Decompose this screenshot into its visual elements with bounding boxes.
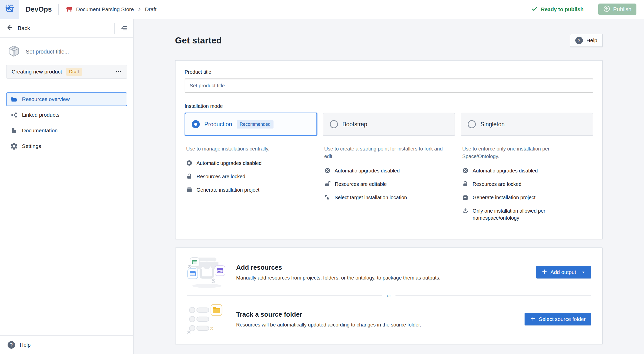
- sidebar-item-label: Settings: [22, 143, 41, 149]
- sidebar-nav: Resources overview Linked products: [0, 86, 133, 161]
- caret-down-icon: [581, 270, 586, 274]
- header-divider: [58, 4, 59, 15]
- draft-status-badge: Draft: [66, 68, 82, 76]
- or-label: or: [387, 293, 391, 298]
- product-title-input[interactable]: [185, 79, 593, 93]
- documentation-book-icon: [11, 127, 17, 134]
- track-source-folder-description: Resources will be automatically updated …: [236, 322, 525, 328]
- upload-circle-icon: [603, 5, 610, 14]
- gear-icon: [11, 143, 17, 150]
- mode-name: Bootstrap: [342, 121, 367, 128]
- product-title-label: Product title: [185, 69, 593, 75]
- x-circle-icon: [462, 167, 468, 174]
- publish-button[interactable]: Publish: [598, 4, 636, 15]
- product-header: Set product title...: [6, 44, 127, 59]
- select-location-icon: [324, 194, 331, 200]
- breadcrumb-store[interactable]: Document Parsing Store: [76, 6, 134, 12]
- more-options-icon[interactable]: [115, 68, 122, 75]
- unlock-icon: [324, 181, 331, 187]
- sidebar-item-settings[interactable]: Settings: [6, 139, 127, 153]
- lock-icon: [462, 181, 468, 187]
- mode-option-production[interactable]: Production Recommended: [185, 113, 317, 136]
- mode-descriptions: Use to manage installations centrally. A…: [185, 144, 593, 228]
- radio-selected-icon[interactable]: [192, 120, 200, 128]
- add-output-label: Add output: [550, 269, 576, 275]
- feature-row: Resources are locked: [186, 173, 308, 180]
- help-circle-icon: ?: [8, 341, 15, 349]
- publish-button-label: Publish: [613, 6, 631, 13]
- folder-open-icon: [11, 96, 17, 103]
- add-output-button[interactable]: Add output: [536, 266, 591, 279]
- feature-row: Generate installation project: [462, 194, 584, 201]
- help-button-label: Help: [586, 37, 597, 43]
- feature-row: Select target installation location: [324, 194, 446, 201]
- green-resource-tile: [190, 258, 199, 267]
- select-source-folder-button[interactable]: Select source folder: [525, 313, 591, 325]
- publish-status-text: Ready to publish: [541, 6, 584, 12]
- mode-name: Singleton: [480, 121, 505, 128]
- add-resources-row: Add resources Manually add resources fro…: [187, 255, 591, 289]
- feature-row: Generate installation project: [186, 186, 308, 193]
- import-icon: [462, 208, 468, 214]
- divider: [114, 23, 115, 34]
- sidebar-item-resources-overview[interactable]: Resources overview: [6, 92, 127, 106]
- sidebar-top-right: [114, 23, 128, 34]
- header-actions: Ready to publish Publish: [531, 4, 644, 15]
- installation-mode-options: Production Recommended Bootstrap Singlet…: [185, 113, 593, 136]
- radio-unselected-icon[interactable]: [468, 120, 476, 128]
- archive-box-icon: [462, 194, 468, 200]
- header-divider: [591, 4, 591, 15]
- feature-row: Only one installation allowed per namesp…: [462, 207, 584, 221]
- mode-name: Production: [204, 121, 232, 128]
- track-source-folder-title: Track a source folder: [236, 311, 525, 318]
- help-button[interactable]: ? Help: [570, 34, 603, 47]
- feature-row: Automatic upgrades disabled: [324, 167, 446, 174]
- top-bar: DevOps Document Parsing Store Draft Read…: [0, 0, 644, 19]
- product-version-name: Creating new product: [12, 69, 62, 75]
- add-resources-title: Add resources: [236, 264, 536, 271]
- sidebar-item-linked-products[interactable]: Linked products: [6, 108, 127, 122]
- collapse-sidebar-icon[interactable]: [120, 24, 128, 32]
- product-summary: Set product title... Creating new produc…: [0, 38, 133, 86]
- sidebar: Back: [0, 19, 134, 354]
- publish-status: Ready to publish: [531, 6, 584, 13]
- x-circle-icon: [324, 167, 331, 174]
- breadcrumb-current: Draft: [145, 6, 157, 12]
- track-source-folder-illustration: [187, 302, 227, 336]
- singleton-description-column: Use to enforce only one installation per…: [461, 144, 593, 228]
- marketplace-store-icon: [65, 6, 73, 13]
- radio-unselected-icon[interactable]: [330, 120, 338, 128]
- plus-icon: [542, 269, 547, 276]
- back-button[interactable]: Back: [6, 24, 30, 33]
- page-title: Get started: [175, 35, 222, 45]
- mode-intro: Use to create a starting point for insta…: [324, 145, 446, 160]
- resources-card: Add resources Manually add resources fro…: [175, 247, 603, 344]
- mode-option-bootstrap[interactable]: Bootstrap: [323, 113, 455, 136]
- check-icon: [531, 6, 538, 13]
- x-circle-icon: [186, 160, 192, 166]
- product-title-placeholder[interactable]: Set product title...: [26, 48, 69, 55]
- arrow-left-icon: [6, 24, 14, 33]
- archive-box-icon: [186, 187, 192, 193]
- blue-resource-tile: [188, 269, 198, 279]
- feature-row: Automatic upgrades disabled: [186, 160, 308, 167]
- sidebar-help-button[interactable]: ? Help: [0, 335, 133, 354]
- sidebar-item-label: Resources overview: [22, 96, 70, 102]
- feature-row: Resources are locked: [462, 181, 584, 188]
- sidebar-item-label: Linked products: [22, 112, 59, 118]
- plus-icon: [530, 316, 536, 323]
- sidebar-item-documentation[interactable]: Documentation: [6, 124, 127, 137]
- lock-icon: [186, 173, 192, 180]
- get-started-card: Product title Installation mode Producti…: [175, 60, 603, 239]
- main-area: Get started ? Help Product title Install…: [134, 19, 644, 354]
- app-title: DevOps: [26, 6, 52, 13]
- feature-row: Automatic upgrades disabled: [462, 167, 584, 174]
- devops-store-hammer-icon: [4, 3, 15, 15]
- mode-option-singleton[interactable]: Singleton: [461, 113, 593, 136]
- chevron-right-icon: [137, 7, 142, 12]
- add-resources-illustration: [187, 255, 227, 289]
- feature-row: Resources are editable: [324, 181, 446, 188]
- sidebar-top-bar: Back: [0, 19, 133, 38]
- devops-app-logo[interactable]: [0, 0, 19, 19]
- product-version-card[interactable]: Creating new product Draft: [6, 65, 127, 79]
